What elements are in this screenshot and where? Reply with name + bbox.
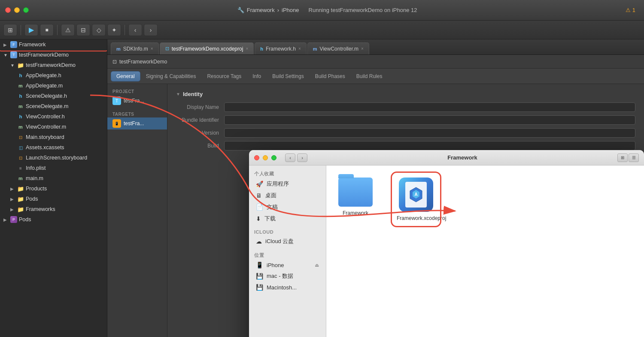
close-button[interactable] xyxy=(5,7,11,13)
finder-item-docs[interactable]: 📄 文稿 xyxy=(251,202,324,213)
identity-input-displayname[interactable] xyxy=(224,102,635,112)
back-nav-button[interactable]: ‹ xyxy=(128,24,142,36)
issue-button[interactable]: ⚠ xyxy=(61,24,75,36)
finder-file-framework-folder[interactable]: Framework xyxy=(335,174,376,220)
identity-input-bundle[interactable] xyxy=(224,115,635,125)
breadcrumb-icon: ⊡ xyxy=(112,59,117,65)
sidebar-toggle-button[interactable]: ⊞ xyxy=(3,24,17,36)
identity-input-version[interactable] xyxy=(224,128,635,138)
play-button[interactable]: ▶ xyxy=(24,24,38,36)
storyboard-icon: ⊡ xyxy=(17,134,24,141)
sidebar-label: SceneDelegate.m xyxy=(26,103,68,109)
xcassets-icon: ◫ xyxy=(17,144,24,151)
finder-back-icon: ‹ xyxy=(289,155,291,160)
finder-close-button[interactable] xyxy=(254,155,259,160)
finder-item-downloads[interactable]: ⬇ 下载 xyxy=(251,213,324,224)
framework-icon: F xyxy=(10,41,17,48)
device-label[interactable]: iPhone xyxy=(282,7,299,13)
m-file-icon: m xyxy=(17,103,24,110)
sidebar-item-main-m[interactable]: m main.m xyxy=(0,173,107,184)
finder-item-mac-data[interactable]: 💾 mac - 数据 xyxy=(251,271,324,282)
sidebar-item-viewcontroller-m[interactable]: m ViewController.m xyxy=(0,122,107,132)
identity-input-build[interactable] xyxy=(224,141,635,150)
finder-item-iphone[interactable]: 📱 iPhone ⏏ xyxy=(251,260,324,270)
finder-fullscreen-button[interactable] xyxy=(271,155,276,160)
project-item-testframeworkdemo[interactable]: T testFra... xyxy=(107,95,167,107)
minimize-button[interactable] xyxy=(14,7,20,13)
sidebar-label: AppDelegate.h xyxy=(26,72,61,78)
tab-info[interactable]: Info xyxy=(247,71,267,81)
xcodeproj-label: Framework.xcodeproj xyxy=(397,215,435,221)
finder-item-macintosh[interactable]: 💾 Macintosh... xyxy=(251,282,324,292)
tab-resource-tags[interactable]: Resource Tags xyxy=(201,71,247,81)
tab-framework-h[interactable]: h Framework.h × xyxy=(255,42,307,54)
title-bar-center: 🔧 Framework › iPhone Running testFramewo… xyxy=(34,7,620,13)
stop-button[interactable]: ■ xyxy=(40,24,54,36)
sidebar-label: Pods xyxy=(19,217,31,223)
tab-signing[interactable]: Signing & Capabilities xyxy=(140,71,202,81)
finder-back-button[interactable]: ‹ xyxy=(285,153,295,162)
docs-icon: 📄 xyxy=(256,204,263,211)
sidebar-item-viewcontroller-h[interactable]: h ViewController.h xyxy=(0,111,107,122)
breakpoint-button[interactable]: ◇ xyxy=(92,24,106,36)
finder-item-desktop[interactable]: 🖥 桌面 xyxy=(251,190,324,201)
tab-general[interactable]: General xyxy=(111,71,140,81)
sidebar-item-framework[interactable]: ▶ F Framework xyxy=(0,39,107,50)
collapse-icon[interactable]: ▼ xyxy=(176,92,180,96)
finder-minimize-button[interactable] xyxy=(263,155,268,160)
finder-nav-buttons: ‹ › xyxy=(285,153,307,162)
env-button[interactable]: ✦ xyxy=(107,24,121,36)
sidebar-item-scenedelegate-h[interactable]: h SceneDelegate.h xyxy=(0,91,107,101)
sidebar-item-pods-group[interactable]: ▶ P Pods xyxy=(0,214,107,225)
m-file-icon: m xyxy=(17,123,24,130)
tab-build-settings[interactable]: Build Settings xyxy=(267,71,309,81)
sidebar-item-info-plist[interactable]: ≡ Info.plist xyxy=(0,163,107,173)
sidebar-item-testframeworkdemo[interactable]: ▼ T testFrameworkDemo xyxy=(0,50,107,60)
tab-close-icon[interactable]: × xyxy=(246,46,248,51)
folder-icon: 📁 xyxy=(17,206,24,213)
tab-icon: h xyxy=(260,46,263,51)
forward-nav-button[interactable]: › xyxy=(144,24,158,36)
iphone-icon: 📱 xyxy=(256,262,263,268)
sidebar-item-scenedelegate-m[interactable]: m SceneDelegate.m xyxy=(0,101,107,111)
finder-item-icloud-drive[interactable]: ☁ iCloud 云盘 xyxy=(251,236,324,247)
sidebar-item-main-storyboard[interactable]: ⊡ Main.storyboard xyxy=(0,132,107,142)
tab-sdkinfo[interactable]: m SDKInfo.m × xyxy=(111,42,159,54)
target-item-testframeworkdemo[interactable]: 📱 testFra... xyxy=(107,117,167,129)
sidebar-label: LaunchScreen.storyboard xyxy=(26,155,87,161)
finder-grid-view-button[interactable]: ⊞ xyxy=(617,153,628,162)
plist-icon: ≡ xyxy=(17,165,24,172)
tab-close-icon[interactable]: × xyxy=(151,46,153,51)
identity-row-bundle: Bundle Identifier xyxy=(176,115,635,125)
sidebar-item-frameworks[interactable]: ▶ 📁 Frameworks xyxy=(0,204,107,214)
sidebar-label: Main.storyboard xyxy=(26,134,64,140)
sidebar-item-assets[interactable]: ◫ Assets.xcassets xyxy=(0,142,107,153)
h-file-icon: h xyxy=(17,72,24,79)
tab-viewcontroller-m[interactable]: m ViewController.m × xyxy=(307,42,369,54)
project-item-label: testFra... xyxy=(124,98,144,104)
sidebar-item-pods[interactable]: ▶ 📁 Pods xyxy=(0,194,107,204)
tab-close-icon[interactable]: × xyxy=(298,46,301,51)
tab-icon: m xyxy=(116,46,121,51)
scheme-label[interactable]: Framework xyxy=(247,7,275,13)
finder-file-framework-xcodeproj[interactable]: A Framework.xcodeproj xyxy=(393,174,439,225)
sidebar-item-products[interactable]: ▶ 📁 Products xyxy=(0,184,107,194)
tab-build-phases[interactable]: Build Phases xyxy=(310,71,351,81)
finder-item-apps[interactable]: 🚀 应用程序 xyxy=(251,178,324,190)
finder-forward-button[interactable]: › xyxy=(297,153,307,162)
sidebar-item-launchscreen[interactable]: ⊡ LaunchScreen.storyboard xyxy=(0,153,107,163)
finder-item-label: 桌面 xyxy=(265,192,276,199)
eject-icon[interactable]: ⏏ xyxy=(315,262,319,268)
fullscreen-button[interactable] xyxy=(23,7,29,13)
finder-title: Framework xyxy=(311,154,614,161)
separator1 xyxy=(21,25,21,35)
tab-xcodeproj[interactable]: ⊡ testFrameworkDemo.xcodeproj × xyxy=(160,42,254,54)
sidebar-item-appdelegate-m[interactable]: m AppDelegate.m xyxy=(0,81,107,91)
tab-close-icon[interactable]: × xyxy=(361,46,364,51)
sidebar-item-testframeworkdemo-folder[interactable]: ▼ 📁 testFrameworkDemo xyxy=(0,60,107,70)
sidebar-item-appdelegate-h[interactable]: h AppDelegate.h xyxy=(0,70,107,81)
tab-build-rules[interactable]: Build Rules xyxy=(351,71,388,81)
warning-indicator[interactable]: ⚠ 1 xyxy=(626,7,635,13)
finder-list-view-button[interactable]: ☰ xyxy=(629,153,639,162)
diff-button[interactable]: ⊟ xyxy=(76,24,90,36)
